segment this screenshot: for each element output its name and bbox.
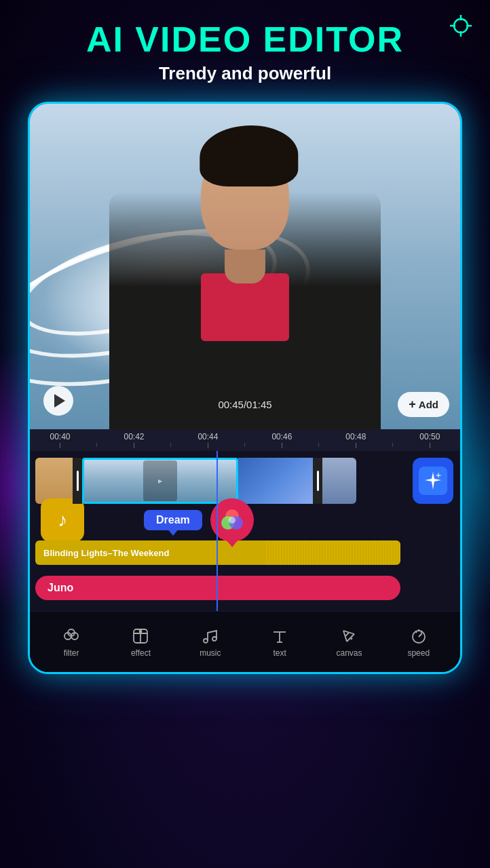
toolbar-canvas[interactable]: canvas bbox=[328, 627, 369, 658]
crosshair-icon bbox=[449, 14, 473, 38]
toolbar-filter[interactable]: filter bbox=[51, 627, 92, 658]
timeline-tracks: ▶ bbox=[30, 451, 460, 611]
clip-blue[interactable] bbox=[238, 458, 313, 504]
music-toolbar-icon bbox=[201, 627, 220, 646]
time-display: 00:45/01:45 bbox=[218, 399, 271, 410]
toolbar-music-label: music bbox=[200, 648, 221, 658]
toolbar-effect-label: effect bbox=[131, 648, 151, 658]
svg-line-28 bbox=[419, 633, 422, 637]
play-button[interactable] bbox=[43, 386, 73, 416]
add-button[interactable]: + Add bbox=[398, 392, 449, 417]
svg-line-24 bbox=[345, 633, 349, 636]
toolbar-filter-label: filter bbox=[64, 648, 79, 658]
music-track-label: Blinding Lights–The Weekend bbox=[43, 548, 169, 558]
ruler-mark-5: 00:50 bbox=[419, 432, 440, 448]
ai-magic-button[interactable] bbox=[413, 458, 453, 504]
toolbar-text-label: text bbox=[273, 648, 286, 658]
effect-icon bbox=[131, 627, 150, 646]
juno-label: Juno bbox=[48, 582, 73, 594]
ruler-mark-3: 00:46 bbox=[271, 432, 292, 448]
toolbar-text[interactable]: text bbox=[259, 627, 300, 658]
ai-icon-container bbox=[419, 467, 447, 495]
drag-handle-right[interactable] bbox=[313, 458, 322, 504]
clip-right[interactable] bbox=[322, 458, 356, 504]
juno-track[interactable]: Juno bbox=[35, 576, 400, 600]
ruler-mark-0: 00:40 bbox=[50, 432, 70, 448]
playhead[interactable] bbox=[216, 451, 218, 611]
toolbar-effect[interactable]: effect bbox=[120, 627, 161, 658]
music-track[interactable]: Blinding Lights–The Weekend bbox=[35, 540, 400, 565]
filter-icon bbox=[62, 627, 81, 646]
toolbar-canvas-label: canvas bbox=[336, 648, 362, 658]
toolbar-speed-label: speed bbox=[407, 648, 430, 658]
editor-card: 00:45/01:45 + Add 00:40 00:42 bbox=[28, 102, 462, 674]
ruler-mark-1: 00:42 bbox=[124, 432, 144, 448]
drag-handle-left[interactable] bbox=[73, 458, 82, 504]
clip-main[interactable]: ▶ bbox=[82, 458, 238, 504]
color-wheel-icon bbox=[220, 508, 244, 532]
ruler-mark-2: 00:44 bbox=[197, 432, 218, 448]
svg-point-17 bbox=[212, 637, 216, 641]
svg-point-8 bbox=[229, 517, 235, 524]
clip-left[interactable] bbox=[35, 458, 73, 504]
text-icon bbox=[270, 627, 289, 646]
music-track-container: Blinding Lights–The Weekend bbox=[30, 535, 460, 570]
svg-line-23 bbox=[347, 634, 354, 642]
add-plus-icon: + bbox=[409, 397, 416, 412]
sparkle-icon bbox=[423, 471, 443, 491]
dream-badge[interactable]: Dream bbox=[144, 510, 202, 530]
timeline-ruler: 00:40 00:42 00:44 00:46 bbox=[30, 429, 460, 451]
ruler-mark-4: 00:48 bbox=[345, 432, 366, 448]
canvas-icon bbox=[339, 627, 358, 646]
toolbar-speed[interactable]: speed bbox=[398, 627, 439, 658]
app-title: AI VIDEO EDITOR bbox=[14, 20, 476, 59]
toolbar-music[interactable]: music bbox=[190, 627, 231, 658]
juno-track-container: Juno bbox=[30, 570, 460, 606]
video-preview: 00:45/01:45 + Add bbox=[30, 104, 460, 429]
add-label: Add bbox=[419, 399, 438, 410]
app-subtitle: Trendy and powerful bbox=[14, 63, 476, 84]
svg-point-0 bbox=[454, 19, 468, 33]
music-note-bubble[interactable]: ♪ bbox=[41, 498, 84, 542]
svg-point-15 bbox=[140, 630, 142, 632]
video-track-row: ▶ bbox=[30, 456, 460, 505]
bottom-toolbar: filter effect bbox=[30, 611, 460, 672]
music-note-icon: ♪ bbox=[58, 509, 67, 531]
svg-point-16 bbox=[204, 639, 208, 643]
svg-line-25 bbox=[351, 638, 352, 639]
effect-track-row: ♪ Dream bbox=[30, 505, 460, 535]
app-header: AI VIDEO EDITOR Trendy and powerful bbox=[0, 0, 490, 91]
speed-icon bbox=[409, 627, 428, 646]
